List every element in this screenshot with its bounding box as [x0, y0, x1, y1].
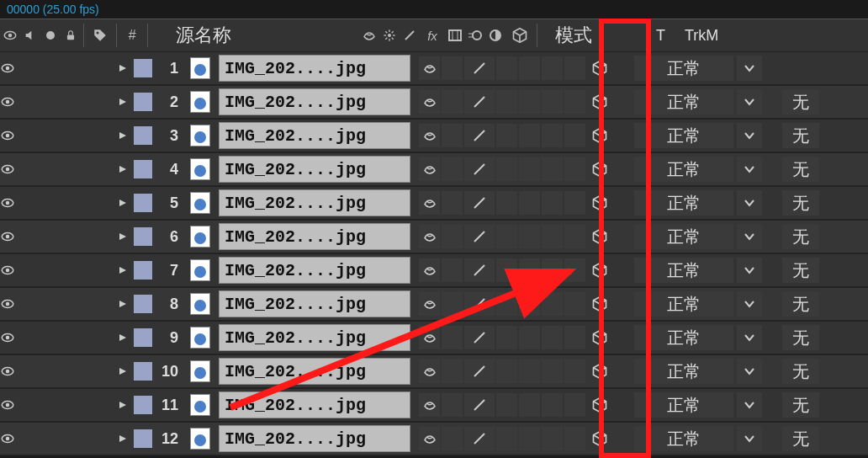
chevron-down-icon[interactable] — [737, 291, 762, 317]
layer-name[interactable]: IMG_202....jpg — [219, 88, 410, 115]
blend-mode-dropdown[interactable]: 正常 — [634, 224, 733, 249]
track-matte-dropdown[interactable]: 无 — [782, 157, 819, 182]
blend-mode-dropdown[interactable]: 正常 — [634, 325, 733, 350]
table-row[interactable]: 2IMG_202....jpg正常无 — [0, 86, 868, 120]
blend-mode-dropdown[interactable]: 正常 — [634, 157, 733, 182]
shy-icon[interactable] — [419, 225, 440, 248]
eye-icon[interactable] — [0, 330, 22, 345]
layer-name[interactable]: IMG_202....jpg — [219, 189, 410, 216]
shy-icon[interactable] — [419, 326, 440, 349]
speaker-icon[interactable] — [20, 19, 40, 52]
chevron-down-icon[interactable] — [737, 123, 762, 148]
table-row[interactable]: 9IMG_202....jpg正常无 — [0, 322, 868, 355]
adjustment-icon[interactable] — [485, 19, 505, 52]
three-d-cube-icon[interactable] — [585, 161, 614, 178]
adjustment-switch[interactable] — [564, 393, 585, 417]
blend-mode-dropdown[interactable]: 正常 — [634, 258, 733, 283]
eye-icon[interactable] — [0, 195, 22, 210]
fx-icon[interactable]: fx — [420, 19, 445, 52]
blend-mode-dropdown[interactable]: 正常 — [634, 392, 733, 418]
adjustment-switch[interactable] — [564, 427, 585, 450]
eye-icon[interactable] — [0, 397, 22, 413]
label-color[interactable] — [131, 126, 155, 145]
motion-blur-switch[interactable] — [542, 427, 563, 450]
expand-triangle-icon[interactable] — [101, 434, 131, 444]
collapse-switch[interactable] — [442, 326, 463, 349]
adjustment-switch[interactable] — [564, 157, 585, 181]
shy-icon[interactable] — [419, 258, 440, 282]
motion-blur-switch[interactable] — [542, 225, 563, 248]
label-color[interactable] — [131, 194, 155, 212]
label-color[interactable] — [131, 328, 155, 347]
frame-blend-switch[interactable] — [519, 427, 540, 450]
expand-triangle-icon[interactable] — [101, 198, 131, 208]
table-row[interactable]: 4IMG_202....jpg正常无 — [0, 153, 868, 187]
eye-icon[interactable] — [0, 19, 20, 52]
three-d-cube-icon[interactable] — [585, 127, 614, 144]
fx-switch[interactable] — [496, 326, 517, 349]
fx-switch[interactable] — [496, 157, 517, 181]
collapse-switch[interactable] — [442, 427, 463, 450]
table-row[interactable]: 12IMG_202....jpg正常无 — [0, 423, 868, 456]
track-matte-dropdown[interactable]: 无 — [782, 89, 819, 114]
blend-mode-dropdown[interactable]: 正常 — [634, 123, 733, 148]
collapse-switch[interactable] — [442, 157, 463, 181]
expand-triangle-icon[interactable] — [101, 333, 131, 343]
eye-icon[interactable] — [0, 162, 22, 177]
collapse-switch[interactable] — [442, 90, 463, 114]
adjustment-switch[interactable] — [564, 225, 585, 248]
layer-name[interactable]: IMG_202....jpg — [219, 391, 410, 418]
expand-triangle-icon[interactable] — [101, 97, 131, 107]
layer-name[interactable]: IMG_202....jpg — [219, 358, 410, 385]
solo-icon[interactable] — [40, 19, 61, 52]
eye-icon[interactable] — [0, 263, 22, 278]
quality-switch[interactable] — [464, 427, 495, 450]
three-d-cube-icon[interactable] — [585, 296, 614, 312]
shy-icon[interactable] — [359, 19, 379, 52]
motion-blur-switch[interactable] — [542, 191, 563, 215]
quality-switch[interactable] — [464, 124, 495, 147]
blend-mode-dropdown[interactable]: 正常 — [634, 426, 733, 451]
three-d-cube-icon[interactable] — [585, 363, 614, 380]
label-color[interactable] — [131, 93, 155, 111]
chevron-down-icon[interactable] — [737, 258, 762, 283]
label-color[interactable] — [131, 362, 155, 381]
blend-mode-dropdown[interactable]: 正常 — [634, 359, 733, 384]
chevron-down-icon[interactable] — [737, 224, 762, 249]
motion-blur-icon[interactable] — [465, 19, 485, 52]
mode-header[interactable]: 模式 — [555, 23, 656, 48]
motion-blur-switch[interactable] — [542, 157, 563, 181]
motion-blur-switch[interactable] — [542, 292, 563, 316]
track-matte-dropdown[interactable]: 无 — [782, 190, 819, 216]
frame-blend-icon[interactable] — [445, 19, 465, 52]
chevron-down-icon[interactable] — [737, 157, 762, 182]
adjustment-switch[interactable] — [564, 56, 585, 80]
collapse-switch[interactable] — [442, 124, 463, 147]
fx-switch[interactable] — [496, 292, 517, 316]
three-d-cube-icon[interactable] — [585, 228, 614, 245]
chevron-down-icon[interactable] — [737, 190, 762, 216]
table-row[interactable]: 10IMG_202....jpg正常无 — [0, 355, 868, 389]
adjustment-switch[interactable] — [564, 191, 585, 215]
motion-blur-switch[interactable] — [542, 258, 563, 282]
blend-mode-dropdown[interactable]: 正常 — [634, 190, 733, 216]
three-d-cube-icon[interactable] — [585, 194, 614, 211]
eye-icon[interactable] — [0, 128, 22, 143]
eye-icon[interactable] — [0, 364, 22, 379]
table-row[interactable]: 11IMG_202....jpg正常无 — [0, 389, 868, 423]
collapse-switch[interactable] — [442, 258, 463, 282]
table-row[interactable]: 8IMG_202....jpg正常无 — [0, 288, 868, 322]
label-color[interactable] — [131, 295, 155, 313]
layer-name[interactable]: IMG_202....jpg — [219, 156, 410, 183]
motion-blur-switch[interactable] — [542, 326, 563, 349]
adjustment-switch[interactable] — [564, 258, 585, 282]
layer-name[interactable]: IMG_202....jpg — [219, 122, 410, 149]
sun-icon[interactable] — [379, 19, 400, 52]
layer-name[interactable]: IMG_202....jpg — [219, 223, 410, 250]
adjustment-switch[interactable] — [564, 90, 585, 114]
shy-icon[interactable] — [419, 56, 440, 80]
frame-blend-switch[interactable] — [519, 359, 540, 383]
expand-triangle-icon[interactable] — [101, 130, 131, 141]
shy-icon[interactable] — [419, 157, 440, 181]
track-matte-dropdown[interactable]: 无 — [782, 392, 819, 418]
